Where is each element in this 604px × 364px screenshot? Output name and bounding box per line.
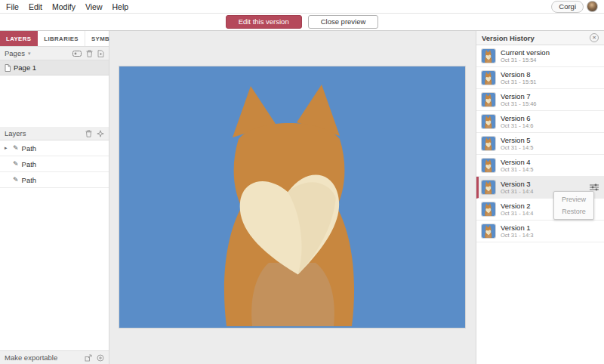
pages-title: Pages — [5, 49, 25, 57]
menu-view[interactable]: View — [85, 2, 103, 11]
version-options-icon[interactable] — [590, 184, 599, 191]
avatar[interactable] — [587, 1, 598, 12]
menu-file[interactable]: File — [6, 2, 19, 11]
version-thumbnail — [482, 137, 495, 150]
layer-label: Path — [22, 176, 37, 184]
context-menu-preview[interactable]: Preview — [554, 193, 593, 205]
chevron-down-icon[interactable]: ▾ — [28, 51, 31, 57]
version-time: Oct 31 - 14:3 — [501, 233, 533, 239]
version-thumbnail — [482, 202, 495, 216]
version-item[interactable]: Version 8Oct 31 - 15:51 — [476, 67, 604, 89]
version-name: Version 8 — [501, 71, 537, 79]
version-name: Version 5 — [501, 137, 533, 144]
version-time: Oct 31 - 15:51 — [501, 79, 537, 85]
layers-empty-area — [0, 188, 109, 350]
version-history-panel: Version History × Current versionOct 31 … — [476, 31, 604, 364]
preview-toolbar: Edit this version Close preview — [0, 14, 604, 31]
version-history-title: Version History — [482, 34, 535, 42]
chevron-right-icon[interactable]: ▸ — [5, 145, 10, 151]
version-name: Version 1 — [501, 224, 533, 232]
trash-icon[interactable] — [85, 130, 92, 137]
layer-label: Path — [22, 144, 37, 153]
menu-bar: File Edit Modify View Help Corgi — [0, 0, 604, 14]
page-label: Page 1 — [14, 63, 36, 72]
version-name: Version 7 — [501, 93, 537, 100]
layers-header: Layers — [0, 127, 109, 140]
edit-version-button[interactable]: Edit this version — [226, 15, 302, 29]
sidebar-tabs: LAYERS LIBRARIES SYMBOLS — [0, 31, 109, 47]
artboard-preview — [119, 66, 465, 328]
trash-icon[interactable] — [86, 50, 93, 57]
make-exportable-label: Make exportable — [5, 353, 57, 362]
context-menu-restore[interactable]: Restore — [554, 205, 593, 217]
pages-header: Pages ▾ — [0, 47, 109, 60]
pen-icon: ✎ — [13, 176, 19, 184]
pen-icon: ✎ — [13, 144, 19, 152]
tab-libraries[interactable]: LIBRARIES — [38, 31, 85, 46]
add-export-icon[interactable] — [97, 354, 104, 362]
version-context-menu: Preview Restore — [553, 191, 594, 220]
page-icon — [5, 64, 11, 72]
star-icon[interactable] — [97, 130, 104, 137]
version-time: Oct 31 - 14:6 — [501, 123, 533, 129]
version-item[interactable]: Version 7Oct 31 - 15:46 — [476, 89, 604, 111]
version-name: Current version — [501, 49, 550, 57]
account-chip[interactable]: Corgi — [551, 1, 584, 13]
version-thumbnail — [482, 159, 495, 172]
tab-layers[interactable]: LAYERS — [0, 31, 38, 46]
version-time: Oct 31 - 14:4 — [501, 189, 533, 195]
version-time: Oct 31 - 14:4 — [501, 211, 533, 217]
version-thumbnail — [482, 224, 495, 238]
version-time: Oct 31 - 14:5 — [501, 167, 533, 173]
menu-edit[interactable]: Edit — [29, 2, 42, 11]
layers-title: Layers — [5, 129, 26, 137]
version-item[interactable]: Current versionOct 31 - 15:54 — [476, 45, 604, 67]
version-history-header: Version History × — [476, 31, 604, 45]
version-item[interactable]: Version 1Oct 31 - 14:3 — [476, 221, 604, 242]
version-thumbnail — [482, 93, 495, 106]
pen-icon: ✎ — [13, 160, 19, 168]
add-page-icon[interactable] — [97, 50, 104, 57]
left-sidebar: LAYERS LIBRARIES SYMBOLS Pages ▾ — [0, 31, 109, 364]
version-item[interactable]: Version 6Oct 31 - 14:6 — [476, 111, 604, 133]
version-item[interactable]: Version 5Oct 31 - 14:5 — [476, 133, 604, 155]
layer-label: Path — [22, 160, 37, 168]
version-thumbnail — [482, 115, 495, 128]
version-thumbnail — [482, 49, 495, 63]
version-item[interactable]: Version 4Oct 31 - 14:5 — [476, 155, 604, 177]
version-time: Oct 31 - 14:5 — [501, 145, 533, 151]
version-name: Version 4 — [501, 159, 533, 166]
version-time: Oct 31 - 15:46 — [501, 101, 537, 107]
layer-item-path-2[interactable]: ✎ Path — [0, 156, 109, 172]
canvas-area — [109, 31, 476, 364]
close-preview-button[interactable]: Close preview — [308, 15, 379, 29]
main-area: LAYERS LIBRARIES SYMBOLS Pages ▾ — [0, 31, 604, 364]
sidebar-item-page-1[interactable]: Page 1 — [0, 60, 109, 76]
version-name: Version 2 — [501, 202, 533, 210]
pages-empty-area — [0, 76, 109, 127]
version-name: Version 3 — [501, 180, 533, 188]
version-time: Oct 31 - 15:54 — [501, 57, 550, 63]
version-thumbnail — [482, 71, 495, 85]
toggle-panel-icon[interactable] — [72, 51, 82, 57]
make-exportable-bar[interactable]: Make exportable — [0, 350, 109, 364]
layer-item-path-1[interactable]: ▸ ✎ Path — [0, 140, 109, 156]
export-icon[interactable] — [85, 354, 92, 362]
menu-modify[interactable]: Modify — [52, 2, 76, 11]
close-icon[interactable]: × — [590, 33, 599, 42]
layer-item-path-3[interactable]: ✎ Path — [0, 172, 109, 188]
version-name: Version 6 — [501, 115, 533, 122]
menu-help[interactable]: Help — [112, 2, 129, 11]
version-thumbnail — [482, 180, 495, 194]
